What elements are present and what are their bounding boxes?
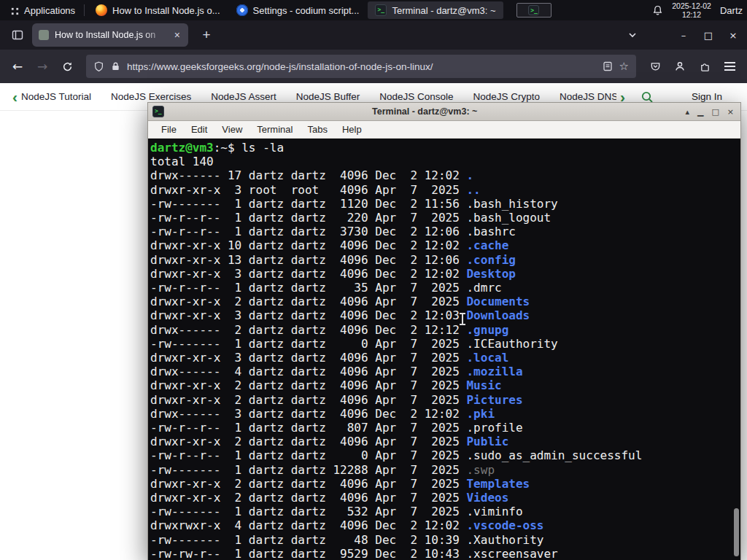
terminal-shade-button[interactable]: ▴ bbox=[685, 107, 689, 117]
desktop: Applications How to Install Node.js o...… bbox=[0, 0, 747, 560]
file-listing: drwx------ 17 dartz dartz 4096 Dec 2 12:… bbox=[150, 168, 740, 560]
terminal-output-line: -rw-r--r-- 1 dartz dartz 220 Apr 7 2025 … bbox=[150, 211, 740, 225]
browser-maximize-button[interactable]: □ bbox=[697, 25, 719, 45]
file-name: .bash_logout bbox=[466, 211, 551, 225]
file-name: Music bbox=[466, 378, 501, 392]
browser-minimize-button[interactable]: – bbox=[673, 25, 694, 45]
taskbar-button[interactable]: How to Install Node.js o... bbox=[88, 1, 227, 19]
tab-close-icon[interactable]: × bbox=[173, 29, 182, 41]
file-meta: drwxr-xr-x 2 dartz dartz 4096 Apr 7 2025 bbox=[150, 491, 466, 505]
site-nav-link[interactable]: NodeJS Crypto bbox=[473, 91, 541, 102]
tracking-shield-icon[interactable] bbox=[93, 61, 104, 72]
terminal-output-line: -rw------- 1 dartz dartz 532 Apr 7 2025 … bbox=[150, 505, 740, 518]
extensions-icon[interactable] bbox=[693, 55, 716, 78]
notification-bell-icon[interactable] bbox=[652, 5, 663, 16]
taskbar-button[interactable]: Settings - codium script... bbox=[229, 1, 367, 19]
file-meta: drwx------ 4 dartz dartz 4096 Apr 7 2025 bbox=[150, 365, 466, 378]
terminal-titlebar[interactable]: Terminal - dartz@vm3: ~ ▴ ▁ □ × bbox=[148, 103, 740, 121]
file-name: Documents bbox=[466, 295, 530, 308]
browser-close-button[interactable]: × bbox=[722, 25, 744, 45]
terminal-output-line: -rw-r--r-- 1 dartz dartz 35 Apr 7 2025 .… bbox=[150, 281, 740, 295]
terminal-output-line: drwxr-xr-x 2 dartz dartz 4096 Apr 7 2025… bbox=[150, 393, 740, 407]
terminal-minimize-button[interactable]: ▁ bbox=[697, 107, 703, 117]
prompt-command: :~$ ls -la bbox=[214, 141, 284, 155]
file-name: Public bbox=[466, 435, 508, 448]
list-all-tabs-icon[interactable] bbox=[627, 30, 638, 40]
terminal-output-line: -rw-r--r-- 1 dartz dartz 0 Apr 7 2025 .s… bbox=[150, 448, 740, 462]
site-nav-link[interactable]: NodeJS Tutorial bbox=[21, 91, 91, 102]
file-name: .xscreensaver bbox=[466, 547, 557, 560]
prompt-user-host: dartz@vm3 bbox=[150, 141, 214, 155]
task-label: Settings - codium script... bbox=[253, 5, 360, 16]
file-meta: drwxr-xr-x 3 dartz dartz 4096 Dec 2 12:0… bbox=[150, 267, 466, 281]
terminal-output-line: drwxr-xr-x 3 dartz dartz 4096 Dec 2 12:0… bbox=[150, 267, 740, 281]
terminal-close-button[interactable]: × bbox=[727, 107, 734, 117]
reader-mode-icon[interactable] bbox=[603, 61, 613, 71]
file-meta: drwxr-xr-x 10 dartz dartz 4096 Dec 2 12:… bbox=[150, 238, 466, 252]
firefox-view-icon[interactable] bbox=[7, 25, 28, 45]
file-meta: -rw------- 1 dartz dartz 0 Apr 7 2025 bbox=[150, 337, 466, 351]
forward-button[interactable]: → bbox=[31, 55, 54, 78]
site-search-icon[interactable] bbox=[640, 90, 654, 104]
site-nav-link[interactable]: NodeJS Exercises bbox=[111, 91, 191, 102]
terminal-output-line: -rw------- 1 dartz dartz 1120 Dec 2 11:5… bbox=[150, 197, 740, 211]
terminal-menu-item[interactable]: Tabs bbox=[300, 124, 334, 135]
file-name: .bashrc bbox=[466, 225, 515, 238]
nav-scroll-left-icon[interactable]: ‹ bbox=[9, 89, 21, 104]
terminal-total-line: total 140 bbox=[150, 155, 740, 168]
file-name: .profile bbox=[466, 421, 522, 435]
browser-tab[interactable]: How to Install Node.js on × bbox=[32, 23, 188, 47]
site-nav-link[interactable]: NodeJS Buffer bbox=[296, 91, 360, 102]
lock-icon[interactable] bbox=[111, 61, 120, 71]
file-name: .mozilla bbox=[466, 365, 522, 378]
browser-tab-strip: How to Install Node.js on × + – □ × bbox=[0, 20, 747, 50]
terminal-menu-item[interactable]: File bbox=[154, 124, 184, 135]
sign-in-button[interactable]: Sign In bbox=[692, 91, 722, 102]
terminal-output-line: drwxr-xr-x 3 dartz dartz 4096 Dec 2 12:0… bbox=[150, 308, 740, 322]
file-meta: drwxr-xr-x 2 dartz dartz 4096 Apr 7 2025 bbox=[150, 378, 466, 392]
file-meta: drwx------ 3 dartz dartz 4096 Dec 2 12:0… bbox=[150, 407, 466, 421]
account-icon[interactable] bbox=[668, 55, 692, 78]
file-name: Desktop bbox=[466, 267, 515, 281]
workspace-switcher[interactable] bbox=[516, 3, 551, 18]
terminal-output-line: -rw------- 1 dartz dartz 0 Apr 7 2025 .I… bbox=[150, 337, 740, 351]
new-tab-button[interactable]: + bbox=[197, 27, 216, 43]
terminal-menu-item[interactable]: View bbox=[214, 124, 249, 135]
file-name: .Xauthority bbox=[466, 533, 543, 547]
file-name: Downloads bbox=[466, 308, 530, 322]
terminal-output-line: drwxr-xr-x 2 dartz dartz 4096 Apr 7 2025… bbox=[150, 378, 740, 392]
file-meta: drwxr-xr-x 3 dartz dartz 4096 Dec 2 12:0… bbox=[150, 308, 466, 322]
terminal-menu-item[interactable]: Edit bbox=[184, 124, 214, 135]
site-nav-link[interactable]: NodeJS Assert bbox=[211, 91, 276, 102]
file-meta: -rw-rw-r-- 1 dartz dartz 9529 Dec 2 10:4… bbox=[150, 547, 466, 560]
clock[interactable]: 2025-12-02 12:12 bbox=[672, 1, 711, 19]
site-nav-link[interactable]: NodeJS Console bbox=[379, 91, 453, 102]
terminal-maximize-button[interactable]: □ bbox=[711, 107, 719, 117]
reload-button[interactable] bbox=[55, 55, 79, 78]
pocket-icon[interactable] bbox=[643, 55, 667, 78]
menu-hamburger-icon[interactable] bbox=[718, 55, 741, 78]
file-name: Videos bbox=[466, 491, 508, 505]
site-nav-link[interactable]: NodeJS DNS bbox=[560, 91, 616, 102]
terminal-output-line: drwxr-xr-x 3 dartz dartz 4096 Apr 7 2025… bbox=[150, 351, 740, 365]
site-favicon bbox=[39, 30, 49, 40]
terminal-menu-item[interactable]: Terminal bbox=[249, 124, 300, 135]
url-bar[interactable]: https://www.geeksforgeeks.org/node-js/in… bbox=[86, 55, 636, 78]
panel-separator bbox=[84, 4, 85, 16]
mouse-text-cursor bbox=[462, 314, 463, 324]
terminal-menubar: File Edit View Terminal Tabs Help bbox=[148, 121, 740, 139]
url-text[interactable]: https://www.geeksforgeeks.org/node-js/in… bbox=[127, 61, 596, 72]
back-button[interactable]: ← bbox=[6, 55, 29, 78]
terminal-output-line: -rw-rw-r-- 1 dartz dartz 9529 Dec 2 10:4… bbox=[150, 547, 740, 560]
terminal-scrollbar[interactable] bbox=[734, 508, 739, 556]
applications-menu-button[interactable]: Applications bbox=[4, 0, 80, 20]
terminal-output-line: drwx------ 2 dartz dartz 4096 Dec 2 12:1… bbox=[150, 323, 740, 337]
taskbar-button[interactable]: Terminal - dartz@vm3: ~ bbox=[368, 1, 503, 19]
bookmark-star-icon[interactable]: ☆ bbox=[619, 60, 629, 73]
terminal-menu-item[interactable]: Help bbox=[335, 124, 369, 135]
terminal-output[interactable]: dartz@vm3:~$ ls -la total 140 drwx------… bbox=[148, 139, 740, 560]
file-meta: drwxr-xr-x 2 dartz dartz 4096 Apr 7 2025 bbox=[150, 393, 466, 407]
applications-icon bbox=[9, 6, 19, 15]
browser-window-controls: – □ × bbox=[673, 25, 744, 45]
terminal-window-controls: ▴ ▁ □ × bbox=[685, 107, 734, 117]
